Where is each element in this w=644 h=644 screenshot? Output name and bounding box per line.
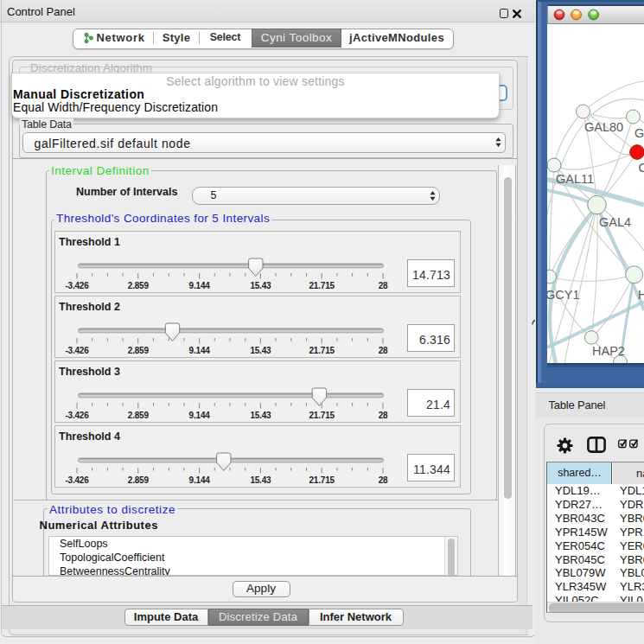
svg-text:GA: GA (634, 126, 644, 140)
svg-text:GAL11: GAL11 (556, 172, 594, 186)
svg-text:HA: HA (638, 288, 644, 302)
svg-text:CY: CY (639, 161, 644, 175)
svg-text:GCY1: GCY1 (547, 288, 580, 302)
svg-text:HAP2: HAP2 (592, 344, 625, 358)
svg-text:GAL4: GAL4 (599, 215, 631, 229)
svg-text:GAL80: GAL80 (584, 120, 623, 134)
